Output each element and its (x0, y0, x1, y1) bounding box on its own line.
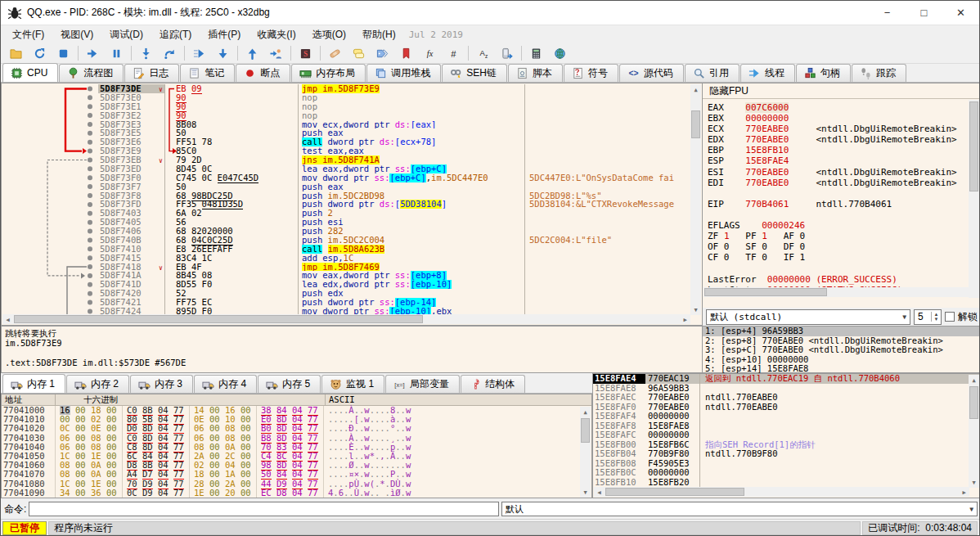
maximize-button[interactable]: □ (906, 1, 942, 25)
register-line[interactable]: CF 0 TF 0 IF 1 (708, 252, 980, 263)
tab-跟踪[interactable]: 跟踪 (852, 64, 906, 82)
command-input[interactable] (29, 502, 498, 516)
tab-符号[interactable]: 符号 (564, 64, 618, 82)
tab-SEH链[interactable]: SEH链 (442, 64, 507, 82)
registers-pane[interactable]: 隐藏FPU EAX 007C6000EBX 00000000ECX 770EAB… (702, 83, 980, 326)
execute-till-return-icon[interactable] (187, 44, 211, 62)
menu-item-6[interactable]: 收藏夹(I) (249, 25, 303, 44)
register-line[interactable]: EFLAGS 00000246 (708, 220, 980, 231)
step-out-icon[interactable] (211, 44, 235, 62)
menu-item-7[interactable]: 选项(O) (304, 25, 354, 44)
tab-内存 1[interactable]: 内存 1 (2, 374, 65, 393)
arg-count-stepper[interactable]: 5 ▲▼ (914, 309, 942, 325)
command-combobox[interactable]: 默认 ▼ (501, 502, 978, 516)
preferences-icon[interactable] (548, 44, 572, 62)
disasm-row[interactable]: 5D8F73E290nop (2, 111, 691, 120)
stack-row[interactable]: 15E8FAE4770EAC19返回到 ntdll.770EAC19 自 ntd… (593, 374, 980, 384)
menu-item-4[interactable]: 追踪(T) (151, 25, 200, 44)
run-to-user-code-icon[interactable] (241, 44, 264, 62)
comment-icon[interactable] (347, 44, 371, 62)
open-folder-icon[interactable] (4, 44, 28, 62)
stack-pane[interactable]: ▲ ▼ ◀ ▶ 15E8FAE4770EAC19返回到 ntdll.770EAC… (592, 373, 980, 498)
register-line[interactable]: LastError 00000000 (ERROR_SUCCESS) (708, 274, 980, 285)
stack-row[interactable]: 15E8FAF400000000 (593, 412, 980, 421)
tab-笔记[interactable]: 笔记 (180, 64, 235, 82)
menu-item-1[interactable]: 文件(F) (4, 25, 52, 44)
tab-内存 3[interactable]: 内存 3 (130, 375, 193, 393)
register-line[interactable]: OF 0 SF 0 DF 0 (708, 241, 980, 252)
call-arguments-pane[interactable]: 1: [esp+4] 96A59BB32: [esp+8] 770EABE0 <… (702, 326, 980, 373)
unlock-checkbox[interactable] (945, 312, 955, 322)
register-line[interactable]: EDI 770EABE0 <ntdll.DbgUiRemoteBreakin> (708, 178, 980, 188)
memory-dump-pane[interactable]: ▲ ▼ 地址十六进制ASCII7704100016 00 18 00C0 8B … (1, 394, 592, 498)
function-icon[interactable]: fx (418, 44, 442, 62)
run-icon[interactable] (81, 44, 105, 62)
dump-vscrollbar[interactable]: ▲ ▼ (580, 407, 591, 498)
register-line[interactable]: ESI 770EABE0 <ntdll.DbgUiRemoteBreakin> (708, 167, 980, 178)
tab-句柄[interactable]: 句柄 (796, 64, 851, 82)
register-line[interactable]: ESP 15E8FAE4 (708, 155, 980, 166)
step-over-icon[interactable] (158, 44, 182, 62)
step-into-icon[interactable] (134, 44, 158, 62)
stack-hscrollbar[interactable]: ◀ ▶ (594, 487, 969, 497)
tab-日志[interactable]: 日志 (124, 64, 179, 82)
disasm-vscrollbar[interactable]: ▲ ▼ (690, 84, 701, 315)
disasm-row[interactable]: 5D8F73E190nop (2, 102, 691, 111)
stack-row[interactable]: 15E8FAEC770EABE0ntdll.770EABE0 (593, 393, 980, 403)
disasm-row[interactable]: 5D8F741583C4 1Cadd esp,1C (2, 254, 691, 263)
disassembly-pane[interactable]: 5D8F73DEEB 09jmp im.5D8F73E95D8F73E090no… (1, 83, 703, 326)
tab-线程[interactable]: 线程 (740, 64, 795, 82)
register-line[interactable]: EBP 15E8FB10 (708, 145, 980, 155)
menu-item-8[interactable]: 帮助(H) (354, 25, 404, 44)
register-line[interactable]: EAX 007C6000 (708, 102, 980, 113)
tab-内存布局[interactable]: 内存布局 (291, 64, 366, 82)
menu-item-3[interactable]: 调试(D) (101, 25, 151, 44)
stack-vscrollbar[interactable]: ▲ ▼ (969, 375, 979, 488)
tab-监视 1[interactable]: 监视 1 (321, 375, 384, 393)
window-layout-icon[interactable] (495, 44, 519, 62)
tab-源代码[interactable]: <>源代码 (619, 64, 684, 82)
registers-hscrollbar[interactable] (704, 287, 969, 297)
strings-icon[interactable]: Az (471, 44, 495, 62)
patch-icon[interactable] (323, 44, 347, 62)
tab-调用堆栈[interactable]: 调用堆栈 (366, 64, 441, 82)
restart-icon[interactable] (28, 44, 52, 62)
register-line[interactable]: EIP 770B4061 ntdll.770B4061 (708, 199, 980, 209)
tab-CPU[interactable]: CPU (2, 63, 58, 82)
calculator-icon[interactable] (524, 44, 548, 62)
tab-流程图[interactable]: 流程图 (59, 64, 124, 82)
stack-row[interactable]: 15E8FB1015E8FB20 (593, 478, 980, 488)
tab-局部变量[interactable]: [x=]局部变量 (385, 375, 460, 393)
tab-内存 4[interactable]: 内存 4 (194, 375, 257, 393)
menu-item-2[interactable]: 视图(V) (52, 25, 101, 44)
bookmark-icon[interactable] (394, 44, 418, 62)
menu-item-5[interactable]: 插件(P) (200, 25, 249, 44)
scylla-icon[interactable]: S (294, 44, 317, 62)
tab-断点[interactable]: 断点 (236, 64, 290, 82)
register-line[interactable] (708, 263, 980, 273)
stop-icon[interactable] (52, 44, 75, 62)
call-arg-row[interactable]: 1: [esp+4] 96A59BB3 (703, 327, 980, 336)
register-line[interactable]: EBX 00000000 (708, 113, 980, 124)
attach-icon[interactable] (264, 44, 288, 62)
tab-引用[interactable]: 引用 (685, 64, 739, 82)
close-button[interactable]: ✕ (942, 1, 979, 25)
convention-combobox[interactable]: 默认 (stdcall) ▼ (706, 309, 910, 325)
tab-结构体[interactable]: 结构体 (461, 375, 525, 393)
disasm-row[interactable]: 5D8F73F0C745 0C E047C45Dmov dword ptr ss… (2, 173, 691, 182)
register-line[interactable]: ZF 1 PF 1 AF 0 (708, 231, 980, 241)
pause-icon[interactable] (105, 44, 128, 62)
dump-row[interactable]: 7704109034 00 36 000C D9 04 771E 00 20 0… (2, 489, 591, 498)
disasm-row[interactable]: 5D8F73F750push eax (2, 182, 691, 191)
trace-coverage-icon[interactable]: # (442, 44, 465, 62)
tab-内存 2[interactable]: 内存 2 (66, 375, 129, 393)
disasm-hscrollbar[interactable]: ◀ ▶ (2, 314, 690, 324)
tab-内存 5[interactable]: 内存 5 (258, 375, 321, 393)
disasm-row[interactable]: 5D8F7410E8 26EEFAFFcall im.5D8A623B (2, 245, 691, 254)
register-line[interactable] (708, 188, 980, 199)
hide-fpu-button[interactable]: 隐藏FPU (703, 83, 980, 99)
register-line[interactable] (708, 209, 980, 220)
minimize-button[interactable]: − (869, 1, 906, 25)
register-line[interactable]: EDX 770EABE0 <ntdll.DbgUiRemoteBreakin> (708, 134, 980, 145)
tab-脚本[interactable]: 脚本 (508, 64, 563, 82)
